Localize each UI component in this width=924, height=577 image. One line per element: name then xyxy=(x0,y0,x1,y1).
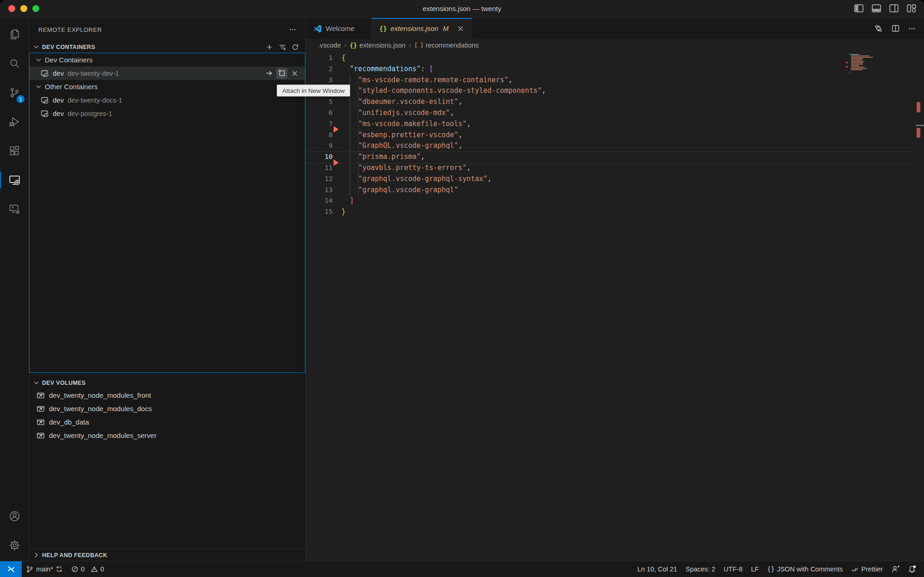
attach-container-icon[interactable] xyxy=(263,68,274,79)
activity-item-settings[interactable] xyxy=(0,531,29,560)
activity-item-search[interactable] xyxy=(0,49,29,78)
breadcrumb-item-recommendations[interactable]: [ ]recommendations xyxy=(414,42,479,49)
activity-item-source-control[interactable]: 1 xyxy=(0,78,29,107)
minimap-deleted-mark xyxy=(846,66,848,67)
tab-welcome[interactable]: Welcome xyxy=(306,18,372,39)
layout-controls xyxy=(854,3,917,13)
clear-filter-icon[interactable] xyxy=(279,43,286,51)
minimap[interactable] xyxy=(847,53,894,73)
vscode-window: extensions.json — twenty 1 REMOTE EXPLOR… xyxy=(0,0,924,577)
volume-item-dev-twenty-node-modules-docs[interactable]: dev_twenty_node_modules_docs xyxy=(29,402,305,415)
status-eol[interactable]: LF xyxy=(747,561,763,577)
line-number[interactable]: 3 xyxy=(306,75,333,86)
tree-group-dev-containers[interactable]: Dev Containers xyxy=(30,53,305,67)
status-language-mode[interactable]: {̇}JSON with Comments xyxy=(763,561,847,577)
container-item-dev-twenty-docs-1[interactable]: devdev-twenty-docs-1 xyxy=(30,93,305,107)
status-indentation[interactable]: Spaces: 2 xyxy=(681,561,720,577)
breadcrumb: .vscode›{}extensions.json›[ ]recommendat… xyxy=(306,39,924,51)
activity-item-accounts[interactable] xyxy=(0,502,29,531)
line-number[interactable]: 1 xyxy=(306,53,333,64)
line-number[interactable]: 10 xyxy=(306,152,333,163)
status-feedback[interactable] xyxy=(887,561,904,577)
code-line-12[interactable]: 12 "graphql.vscode-graphql-syntax", xyxy=(306,174,924,185)
code-line-7[interactable]: 7 "ms-vscode.makefile-tools", xyxy=(306,119,924,130)
line-number[interactable]: 6 xyxy=(306,108,333,119)
tab-bar: Welcome{}extensions.jsonM xyxy=(306,18,924,39)
code-line-11[interactable]: 11 "yoavbls.pretty-ts-errors", xyxy=(306,163,924,174)
code-line-1[interactable]: 1{ xyxy=(306,53,924,64)
line-number[interactable]: 12 xyxy=(306,174,333,185)
line-number[interactable]: 7 xyxy=(306,119,333,130)
warning-count: 0 xyxy=(100,565,104,573)
line-number[interactable]: 9 xyxy=(306,140,333,152)
code-line-8[interactable]: 8 "esbenp.prettier-vscode", xyxy=(306,130,924,141)
close-tab-icon[interactable] xyxy=(457,25,464,32)
tree-group-other-containers[interactable]: Other Containers xyxy=(30,80,305,93)
code-line-3[interactable]: 3 "ms-vscode-remote.remote-containers", xyxy=(306,75,924,86)
tab-extensions-json[interactable]: {}extensions.jsonM xyxy=(372,18,472,39)
deleted-lines-marker xyxy=(334,126,339,133)
code-line-14[interactable]: 14 ] xyxy=(306,195,924,207)
refresh-icon[interactable] xyxy=(292,43,299,51)
open-changes-icon[interactable] xyxy=(874,24,883,33)
activity-item-run-debug[interactable] xyxy=(0,107,29,136)
customize-layout-icon[interactable] xyxy=(906,3,917,13)
doubleCheck-icon xyxy=(851,565,859,573)
git-branch-icon xyxy=(26,565,34,573)
container-item-dev-twenty-dev-1[interactable]: devdev-twenty-dev-1 xyxy=(30,67,305,80)
activity-item-remote-explorer[interactable] xyxy=(0,165,29,194)
line-number[interactable]: 5 xyxy=(306,97,333,108)
explorer-icon xyxy=(8,28,21,41)
add-container-icon[interactable] xyxy=(266,43,273,51)
toggle-panel-icon[interactable] xyxy=(871,3,881,13)
code-line-4[interactable]: 4 "styled-components.vscode-styled-compo… xyxy=(306,85,924,97)
activity-item-explorer[interactable] xyxy=(0,20,29,49)
line-number[interactable]: 13 xyxy=(306,185,333,196)
code-line-10[interactable]: 10 "prisma.prisma", xyxy=(306,152,924,163)
code-line-5[interactable]: 5 "dbaeumer.vscode-eslint", xyxy=(306,97,924,108)
volume-icon xyxy=(36,391,45,400)
section-actions xyxy=(266,43,302,51)
line-number[interactable]: 8 xyxy=(306,130,333,141)
section-header-dev-volumes[interactable]: DEV VOLUMES xyxy=(29,377,305,389)
chevron-down-icon xyxy=(33,43,40,50)
accounts-icon xyxy=(8,510,21,522)
code-line-2[interactable]: 2 "recommendations": [ xyxy=(306,64,924,75)
remove-container-icon[interactable] xyxy=(289,68,300,79)
breadcrumb-item-extensions-json[interactable]: {}extensions.json xyxy=(350,42,406,49)
code-line-9[interactable]: 9 "GraphQL.vscode-graphql", xyxy=(306,140,924,152)
extensions-icon xyxy=(8,145,21,157)
problems-status[interactable]: 0 0 xyxy=(67,561,108,577)
attach-new-window-icon[interactable] xyxy=(276,68,287,79)
overview-ruler[interactable] xyxy=(916,51,924,561)
toggle-secondary-sidebar-icon[interactable] xyxy=(889,3,899,13)
code-line-13[interactable]: 13 "graphql.vscode-graphql" xyxy=(306,185,924,196)
git-branch-status[interactable]: main* xyxy=(22,561,67,577)
code-line-6[interactable]: 6 "unifiedjs.vscode-mdx", xyxy=(306,108,924,119)
status-encoding[interactable]: UTF-8 xyxy=(719,561,747,577)
more-editor-actions-icon[interactable] xyxy=(908,25,916,32)
volume-item-dev-twenty-node-modules-front[interactable]: dev_twenty_node_modules_front xyxy=(29,389,305,402)
remote-indicator-button[interactable] xyxy=(0,561,22,577)
volume-item-dev-db-data[interactable]: dev_db_data xyxy=(29,415,305,429)
line-number[interactable]: 15 xyxy=(306,207,333,218)
code-editor[interactable]: 1{2 "recommendations": [3 "ms-vscode-rem… xyxy=(306,51,924,561)
line-number[interactable]: 11 xyxy=(306,163,333,174)
activity-item-extensions[interactable] xyxy=(0,136,29,165)
line-number[interactable]: 2 xyxy=(306,64,333,75)
code-line-15[interactable]: 15} xyxy=(306,207,924,218)
toggle-primary-sidebar-icon[interactable] xyxy=(854,3,864,13)
overview-deleted-mark xyxy=(917,102,920,112)
container-item-dev-postgres-1[interactable]: devdev-postgres-1 xyxy=(30,107,305,120)
activity-item-dev-containers[interactable] xyxy=(0,194,29,224)
more-actions-icon[interactable] xyxy=(289,26,296,33)
split-editor-icon[interactable] xyxy=(891,24,900,33)
breadcrumb-item-vscode[interactable]: .vscode xyxy=(318,42,341,49)
status-notifications[interactable] xyxy=(904,561,920,577)
line-number[interactable]: 14 xyxy=(306,195,333,207)
status-formatter-prettier[interactable]: Prettier xyxy=(847,561,887,577)
status-cursor-position[interactable]: Ln 10, Col 21 xyxy=(633,561,681,577)
section-header-dev-containers[interactable]: DEV CONTAINERS xyxy=(29,41,305,53)
section-header-help-and-feedback[interactable]: HELP AND FEEDBACK xyxy=(29,549,305,561)
volume-item-dev-twenty-node-modules-server[interactable]: dev_twenty_node_modules_server xyxy=(29,429,305,442)
